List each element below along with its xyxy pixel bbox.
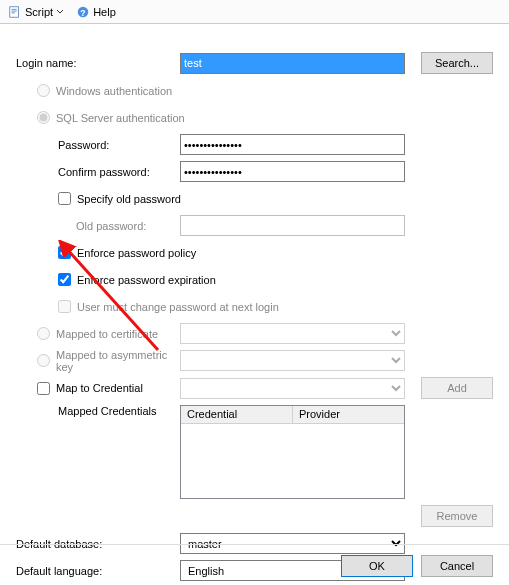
enforce-password-expiration-checkbox[interactable]: Enforce password expiration: [16, 271, 316, 289]
specify-old-password-label: Specify old password: [77, 193, 181, 205]
asymkey-select: [180, 350, 405, 371]
ok-button[interactable]: OK: [341, 555, 413, 577]
add-button: Add: [421, 377, 493, 399]
mapped-to-certificate-label: Mapped to certificate: [56, 328, 158, 340]
mapped-credentials-grid[interactable]: Credential Provider: [180, 405, 405, 499]
enforce-password-expiration-checkbox-input[interactable]: [58, 273, 71, 286]
mapped-to-certificate-radio-input: [37, 327, 50, 340]
sql-auth-radio-label: SQL Server authentication: [56, 112, 185, 124]
user-must-change-label: User must change password at next login: [77, 301, 279, 313]
grid-col-provider: Provider: [293, 406, 404, 423]
footer-separator: [0, 544, 509, 545]
credential-select: [180, 378, 405, 399]
map-to-credential-checkbox-input[interactable]: [37, 382, 50, 395]
confirm-password-input[interactable]: [180, 161, 405, 182]
script-menu-button[interactable]: Script: [4, 2, 68, 22]
remove-button: Remove: [421, 505, 493, 527]
script-icon: [8, 5, 22, 19]
old-password-input: [180, 215, 405, 236]
chevron-down-icon: [56, 8, 64, 16]
windows-auth-radio-input: [37, 84, 50, 97]
help-button[interactable]: ? Help: [72, 2, 120, 22]
login-name-input[interactable]: [180, 53, 405, 74]
mapped-to-asymkey-label: Mapped to asymmetric key: [56, 349, 180, 373]
password-label: Password:: [16, 139, 180, 151]
map-to-credential-label: Map to Credential: [56, 382, 143, 394]
enforce-password-policy-label: Enforce password policy: [77, 247, 196, 259]
help-icon: ?: [76, 5, 90, 19]
specify-old-password-checkbox-input[interactable]: [58, 192, 71, 205]
enforce-password-expiration-label: Enforce password expiration: [77, 274, 216, 286]
password-input[interactable]: [180, 134, 405, 155]
sql-auth-radio-input: [37, 111, 50, 124]
windows-auth-radio: Windows authentication: [16, 82, 180, 100]
map-to-credential-checkbox[interactable]: Map to Credential: [16, 379, 180, 397]
login-name-label: Login name:: [16, 57, 180, 69]
script-label: Script: [25, 6, 53, 18]
toolbar: Script ? Help: [0, 0, 509, 24]
certificate-select: [180, 323, 405, 344]
windows-auth-radio-label: Windows authentication: [56, 85, 172, 97]
grid-col-credential: Credential: [181, 406, 293, 423]
enforce-password-policy-checkbox-input[interactable]: [58, 246, 71, 259]
dialog-footer: OK Cancel: [341, 555, 493, 577]
help-label: Help: [93, 6, 116, 18]
search-button[interactable]: Search...: [421, 52, 493, 74]
mapped-to-asymkey-radio-input: [37, 354, 50, 367]
enforce-password-policy-checkbox[interactable]: Enforce password policy: [16, 244, 316, 262]
mapped-to-asymkey-radio: Mapped to asymmetric key: [16, 352, 180, 370]
grid-header: Credential Provider: [181, 406, 404, 424]
svg-text:?: ?: [80, 7, 85, 17]
old-password-label: Old password:: [16, 220, 180, 232]
specify-old-password-checkbox[interactable]: Specify old password: [16, 190, 316, 208]
cancel-button[interactable]: Cancel: [421, 555, 493, 577]
svg-rect-0: [10, 6, 19, 17]
default-language-label: Default language:: [16, 565, 180, 577]
confirm-password-label: Confirm password:: [16, 166, 180, 178]
user-must-change-checkbox: User must change password at next login: [16, 298, 416, 316]
user-must-change-checkbox-input: [58, 300, 71, 313]
mapped-credentials-label: Mapped Credentials: [16, 405, 180, 417]
mapped-to-certificate-radio: Mapped to certificate: [16, 325, 180, 343]
content-area: Login name: Search... Windows authentica…: [0, 24, 509, 585]
sql-auth-radio: SQL Server authentication: [16, 109, 316, 127]
